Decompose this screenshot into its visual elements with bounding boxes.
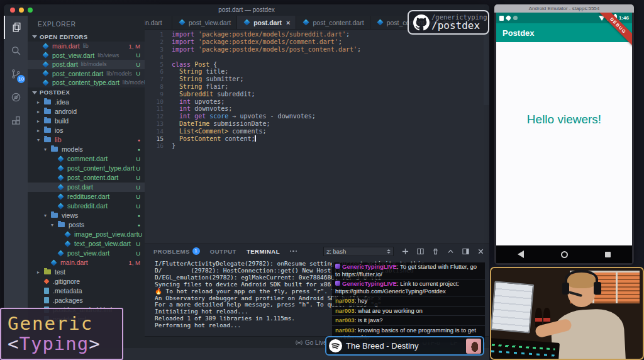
webcam-laptop — [491, 281, 534, 333]
zoom-button[interactable] — [28, 8, 33, 13]
open-editor-item[interactable]: post.dartlib/modelsU — [28, 60, 145, 69]
tree-item[interactable]: text_post_view.dartU — [28, 239, 145, 249]
editor-tab[interactable]: main.dart — [145, 16, 172, 29]
close-tab-icon[interactable]: × — [286, 19, 290, 26]
problems-badge: 1 — [192, 247, 200, 255]
code-line[interactable]: 11 int downvotes; — [145, 105, 489, 113]
dart-icon — [57, 155, 64, 162]
open-editor-item[interactable]: post_content.dartlib/modelsU — [28, 69, 145, 79]
code-line[interactable]: 7 String submitter; — [145, 76, 489, 83]
shell-select[interactable]: 2: bash — [323, 247, 394, 256]
tree-item[interactable]: .gitignore — [28, 277, 145, 286]
code-line[interactable]: 13 DateTime submissionDate; — [145, 120, 489, 128]
code-line[interactable]: 16} — [145, 142, 489, 150]
tree-item[interactable]: ▾models● — [28, 145, 145, 154]
android-nav-bar — [496, 245, 632, 263]
folder-icon — [51, 147, 58, 152]
notification-icon — [499, 16, 504, 21]
tree-item[interactable]: ▾views● — [28, 211, 145, 220]
tree-item[interactable]: post_content.dartU — [28, 173, 145, 183]
code-line[interactable]: 2import 'package:postdex/models/comment.… — [145, 38, 489, 46]
code-line[interactable]: 10 int upvotes; — [145, 98, 489, 105]
home-icon[interactable] — [561, 251, 568, 258]
tree-item[interactable]: post.dartU — [28, 183, 145, 192]
tree-item[interactable]: ▾posts● — [28, 220, 145, 230]
dart-icon — [57, 174, 64, 181]
git-status: U — [136, 174, 140, 181]
code-line[interactable]: 3import 'package:postdex/models/post_con… — [145, 46, 489, 53]
project-tree: ▸.idea▸android▸build▸ios▾lib●▾models●com… — [28, 98, 145, 324]
code-editor[interactable]: 1import 'package:postdex/models/subreddi… — [145, 30, 489, 244]
tree-item[interactable]: ▾lib● — [28, 135, 145, 145]
dart-icon — [57, 250, 64, 256]
debug-icon[interactable] — [4, 86, 28, 109]
editor-tab[interactable]: post_content.dart — [296, 16, 370, 29]
tree-item[interactable]: ▸build — [28, 116, 145, 126]
kill-terminal-icon[interactable] — [432, 248, 439, 255]
tree-item[interactable]: .packages — [28, 296, 145, 305]
panel-tab-terminal[interactable]: TERMINAL — [247, 247, 280, 255]
more-actions-icon[interactable] — [290, 250, 297, 252]
change-dot: ● — [138, 213, 140, 218]
tree-item[interactable]: ▸ios — [28, 126, 145, 135]
git-status: U — [136, 70, 145, 77]
tree-item[interactable]: ▸.idea — [28, 98, 145, 107]
chat-message: nar003: hey — [332, 296, 485, 306]
open-editor-item[interactable]: post_view.dartlib/viewsU — [28, 51, 145, 60]
statusbar-item[interactable]: Go Live — [296, 339, 326, 346]
open-editor-item[interactable]: post_content_type.dartlib/modelsU — [28, 78, 145, 87]
minimap[interactable] — [484, 30, 489, 105]
folder-icon — [44, 128, 51, 133]
code-line[interactable]: 6 String title; — [145, 68, 489, 76]
git-icon — [43, 278, 49, 284]
split-terminal-icon[interactable] — [417, 248, 424, 255]
emulator-screen[interactable]: 1:46 Postdex Hello viewers! DEBUG — [496, 13, 632, 263]
app-body[interactable]: Hello viewers! — [496, 42, 632, 245]
tree-item[interactable]: post_view.dartU — [28, 249, 145, 258]
code-line[interactable]: 9 Subreddit subreddit; — [145, 90, 489, 98]
code-line[interactable]: 8 String flair; — [145, 83, 489, 91]
extensions-icon[interactable] — [4, 109, 28, 132]
search-icon[interactable] — [4, 39, 28, 62]
tree-item[interactable]: reddituser.dartU — [28, 192, 145, 201]
recents-icon[interactable] — [605, 252, 611, 257]
editor-tab[interactable]: post.dart× — [237, 16, 296, 29]
tree-item[interactable]: ▸test — [28, 267, 145, 277]
editor-tab[interactable]: post_view.dart — [172, 16, 237, 29]
project-section-header[interactable]: POSTDEX — [28, 87, 145, 98]
git-status: U — [136, 61, 145, 68]
open-editors-section-header[interactable]: OPEN EDITORS — [28, 31, 145, 42]
android-emulator: Android Emulator - stapps:5554 1:46 Post… — [494, 4, 634, 265]
close-panel-icon[interactable] — [477, 248, 484, 255]
toggle-panel-icon[interactable] — [462, 248, 469, 255]
panel-tabs: PROBLEMS1OUTPUTTERMINAL — [153, 247, 290, 255]
chat-message: GenericTypingLIVE: Link to current proje… — [332, 279, 485, 296]
source-control-icon[interactable]: 10 — [4, 62, 28, 86]
close-button[interactable] — [10, 8, 15, 13]
new-terminal-icon[interactable] — [402, 248, 409, 255]
tree-item[interactable]: main.dart1, M — [28, 258, 145, 267]
back-icon[interactable] — [518, 250, 524, 258]
tree-item[interactable]: ▸android — [28, 107, 145, 116]
tree-item[interactable]: .metadata — [28, 286, 145, 296]
scm-badge: 10 — [17, 75, 25, 83]
panel-tab-problems[interactable]: PROBLEMS1 — [153, 247, 200, 255]
code-line[interactable]: 12 int get score ⇒ upvotes - downvotes; — [145, 113, 489, 120]
panel-tab-output[interactable]: OUTPUT — [210, 247, 236, 255]
dart-icon — [50, 259, 57, 266]
tree-item[interactable]: comment.dartU — [28, 154, 145, 164]
folder-icon — [44, 99, 51, 104]
tree-item[interactable]: image_post_view.dartU — [28, 230, 145, 239]
code-line[interactable]: 14 List<Comment> comments; — [145, 127, 489, 135]
tree-item[interactable]: post_content_type.dartU — [28, 164, 145, 173]
tree-item[interactable]: subreddit.dartU — [28, 201, 145, 211]
dart-file-icon — [377, 19, 383, 25]
minimize-button[interactable] — [19, 8, 24, 13]
maximize-panel-icon[interactable] — [447, 248, 454, 255]
files-icon[interactable] — [4, 16, 28, 39]
dart-file-icon — [42, 79, 48, 86]
open-editor-item[interactable]: main.dartlib1, M — [28, 42, 145, 51]
code-line[interactable]: 4 — [145, 53, 489, 60]
code-line[interactable]: 5class Post { — [145, 60, 489, 68]
code-line[interactable]: 15 PostContent content; — [145, 135, 489, 142]
